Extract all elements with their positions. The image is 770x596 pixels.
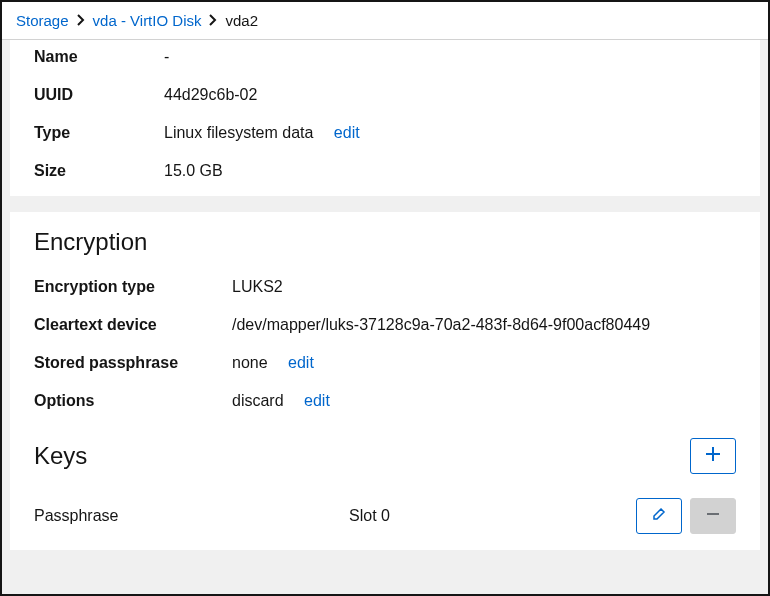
value-enc-type: LUKS2 [232, 278, 736, 296]
breadcrumb-current: vda2 [225, 12, 258, 29]
plus-icon [706, 447, 720, 465]
chevron-right-icon [209, 12, 217, 29]
breadcrumb-storage[interactable]: Storage [16, 12, 69, 29]
value-options-row: discard edit [232, 392, 736, 410]
breadcrumb-disk[interactable]: vda - VirtIO Disk [93, 12, 202, 29]
breadcrumb: Storage vda - VirtIO Disk vda2 [2, 2, 768, 40]
label-options: Options [34, 392, 232, 410]
edit-stored-link[interactable]: edit [288, 354, 314, 371]
chevron-right-icon [77, 12, 85, 29]
value-stored: none [232, 354, 268, 371]
value-type-row: Linux filesystem data edit [164, 124, 736, 142]
value-size: 15.0 GB [164, 162, 736, 180]
add-key-button[interactable] [690, 438, 736, 474]
value-name: - [164, 48, 736, 66]
key-row: Passphrase Slot 0 [34, 498, 736, 534]
value-options: discard [232, 392, 284, 409]
edit-options-link[interactable]: edit [304, 392, 330, 409]
value-uuid: 44d29c6b-02 [164, 86, 736, 104]
label-name: Name [34, 48, 164, 66]
label-enc-type: Encryption type [34, 278, 232, 296]
label-size: Size [34, 162, 164, 180]
encryption-heading: Encryption [34, 228, 736, 256]
pencil-icon [652, 507, 666, 525]
minus-icon [706, 507, 720, 525]
label-uuid: UUID [34, 86, 164, 104]
value-type: Linux filesystem data [164, 124, 313, 141]
label-stored: Stored passphrase [34, 354, 232, 372]
edit-key-button[interactable] [636, 498, 682, 534]
encryption-card: Encryption Encryption type LUKS2 Clearte… [10, 212, 760, 550]
key-type: Passphrase [34, 507, 349, 525]
label-type: Type [34, 124, 164, 142]
value-stored-row: none edit [232, 354, 736, 372]
remove-key-button[interactable] [690, 498, 736, 534]
value-cleartext: /dev/mapper/luks-37128c9a-70a2-483f-8d64… [232, 316, 736, 334]
partition-card: Name - UUID 44d29c6b-02 Type Linux files… [10, 40, 760, 196]
key-slot: Slot 0 [349, 507, 636, 525]
label-cleartext: Cleartext device [34, 316, 232, 334]
keys-heading: Keys [34, 442, 87, 470]
edit-type-link[interactable]: edit [334, 124, 360, 141]
